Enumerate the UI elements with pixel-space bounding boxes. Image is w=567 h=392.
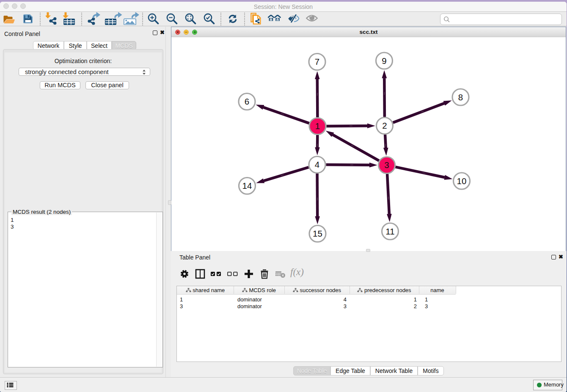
svg-text:8: 8 [458, 92, 463, 102]
svg-text:2: 2 [382, 121, 387, 130]
svg-text:10: 10 [457, 176, 467, 186]
svg-text:3: 3 [384, 160, 389, 170]
svg-text:15: 15 [313, 229, 322, 238]
svg-text:14: 14 [242, 181, 252, 190]
svg-text:11: 11 [385, 226, 394, 236]
svg-text:1: 1 [315, 121, 320, 131]
svg-text:6: 6 [245, 97, 249, 106]
svg-text:9: 9 [382, 56, 386, 66]
svg-text:4: 4 [315, 160, 319, 169]
svg-text:7: 7 [315, 57, 319, 66]
